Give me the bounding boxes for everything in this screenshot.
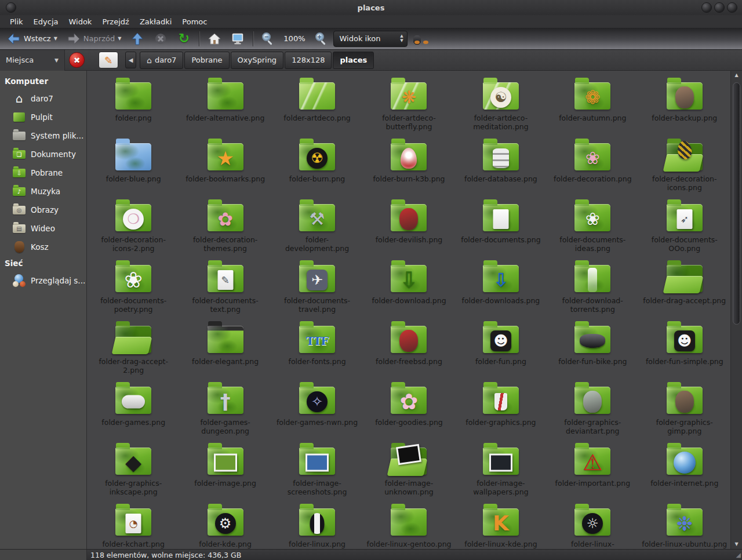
file-item[interactable]: folder-backup.png [639,74,730,135]
desktop-button[interactable] [227,30,248,48]
breadcrumb-oxyspring[interactable]: OxySpring [231,52,284,69]
file-item[interactable]: folder-download-torrents.png [547,257,638,318]
menu-item-widok[interactable]: Widok [63,16,97,27]
scroll-down-icon[interactable]: ▼ [731,540,742,548]
file-item[interactable]: folder-image-unknown.png [363,439,454,500]
file-item[interactable]: folder-alternative.png [179,74,271,135]
side-pane-selector[interactable]: Miejsca ▼ [0,50,65,71]
sidebar-item-video-folder[interactable]: ▤Wideo [0,219,86,238]
file-item[interactable]: ◔folder-kchart.png [88,500,179,549]
file-item[interactable]: folder-graphics-deviantart.png [547,379,638,439]
back-button[interactable]: Wstecz ▼ [3,30,61,48]
file-item[interactable]: ☯folder-artdeco-meditation.png [455,74,547,135]
file-item[interactable]: ☻folder-fun.png [455,318,547,379]
file-item[interactable]: ❍folder-decoration-icons-2.png [88,196,179,257]
file-item[interactable]: folder-graphics.png [455,379,547,439]
breadcrumb-pobrane[interactable]: Pobrane [184,52,229,69]
breadcrumb-128x128[interactable]: 128x128 [285,52,332,69]
close-side-pane-button[interactable]: ✖ [69,52,85,68]
breadcrumb-daro7[interactable]: ⌂daro7 [140,52,183,69]
home-button[interactable] [204,30,225,48]
file-item[interactable]: ⇩folder-downloads.png [455,257,547,318]
file-item[interactable]: ❀folder-decoration.png [547,135,638,196]
file-item[interactable]: ☼folder-linux-kubuntu.png [547,500,638,549]
file-item[interactable]: ⚠folder-important.png [547,439,638,500]
file-item[interactable]: Kfolder-linux-kde.png [455,500,547,549]
file-item[interactable]: folder-artdeco.png [271,74,363,135]
sidebar-item-network-browse[interactable]: Przeglądaj s... [0,271,86,290]
up-button[interactable] [127,30,148,48]
stop-button[interactable] [150,30,171,48]
file-item[interactable]: ❀folder-documents-poetry.png [88,257,179,318]
menu-item-zakładki[interactable]: Zakładki [134,16,177,27]
file-item[interactable]: ❁folder-autumn.png [547,74,638,135]
sidebar-item-downloads-folder[interactable]: ⇩Pobrane [0,163,86,182]
file-item[interactable]: ◆folder-graphics-inkscape.png [88,439,179,500]
scroll-crumbs-left-button[interactable]: ◀ [125,52,136,68]
file-item[interactable]: folder-fun-bike.png [547,318,638,379]
maximize-button[interactable] [714,2,725,13]
file-item[interactable]: ➶folder-documents-OOo.png [639,196,730,257]
file-item[interactable]: ✎folder-documents-text.png [179,257,271,318]
refresh-button[interactable]: ↻ [173,30,194,48]
file-item[interactable]: folder-drag-accept.png [639,257,730,318]
file-item[interactable]: folder-graphics-gimp.png [639,379,730,439]
file-item[interactable]: ✿folder-decoration-themes.png [179,196,271,257]
view-mode-select[interactable]: Widok ikon ▲▼ [333,31,408,47]
back-dropdown-icon[interactable]: ▼ [54,36,57,41]
file-item[interactable]: folder-linux.png [271,500,363,549]
file-item[interactable]: ✿folder-goodies.png [363,379,454,439]
file-item[interactable]: folder-devilish.png [363,196,454,257]
file-item[interactable]: ❉folder-linux-ubuntu.png [639,500,730,549]
file-item[interactable]: folder-internet.png [639,439,730,500]
menu-item-plik[interactable]: Plik [5,16,28,27]
scrollbar-thumb[interactable] [733,82,740,325]
file-item[interactable]: folder-blue.png [88,135,179,196]
file-item[interactable]: ❋folder-artdeco-butterfly.png [363,74,454,135]
file-item[interactable]: †folder-games-dungeon.png [179,379,271,439]
file-item[interactable]: folder-elegant.png [179,318,271,379]
sidebar-item-trash[interactable]: Kosz [0,238,86,256]
sidebar-item-documents-folder[interactable]: ❏Dokumenty [0,145,86,163]
menu-item-pomoc[interactable]: Pomoc [177,16,212,27]
sidebar-item-desktop[interactable]: Pulpit [0,108,86,126]
file-item[interactable]: folder-freebsd.png [363,318,454,379]
forward-dropdown-icon[interactable]: ▼ [118,36,121,41]
file-item[interactable]: ☢folder-burn.png [271,135,363,196]
sidebar-item-music-folder[interactable]: ♪Muzyka [0,182,86,201]
file-item[interactable]: folder-decoration-icons.png [639,135,730,196]
minimize-button[interactable] [701,2,712,13]
find-button[interactable] [410,31,433,46]
file-item[interactable]: folder-image.png [179,439,271,500]
breadcrumb-places[interactable]: places [333,52,374,69]
file-item[interactable]: folder-image-wallpapers.png [455,439,547,500]
file-item[interactable]: folder-image-screenshots.png [271,439,363,500]
vertical-scrollbar[interactable]: ▲ ▼ [730,71,742,549]
file-item[interactable]: ★folder-bookmarks.png [179,135,271,196]
sidebar-item-filesystem-folder[interactable]: System plik... [0,126,86,145]
file-item[interactable]: ⚒folder-development.png [271,196,363,257]
file-item[interactable]: ⚙folder-kde.png [179,500,271,549]
menu-item-przejdź[interactable]: Przejdź [97,16,134,27]
forward-button[interactable]: Naprzód ▼ [63,30,125,48]
file-item[interactable]: folder-drag-accept-2.png [88,318,179,379]
zoom-out-button[interactable]: − [258,31,278,47]
sidebar-item-pictures-folder[interactable]: ◎Obrazy [0,201,86,219]
file-item[interactable]: folder-burn-k3b.png [363,135,454,196]
scroll-up-icon[interactable]: ▲ [731,71,742,79]
file-item[interactable]: folder-games.png [88,379,179,439]
file-item[interactable]: folder-documents.png [455,196,547,257]
file-item[interactable]: folder-database.png [455,135,547,196]
file-item[interactable]: folder-linux-gentoo.png [363,500,454,549]
file-item[interactable]: ❀folder-documents-ideas.png [547,196,638,257]
file-item[interactable]: ✧folder-games-nwn.png [271,379,363,439]
sidebar-item-home[interactable]: ⌂daro7 [0,89,86,108]
edit-path-button[interactable]: ✎ [99,52,118,68]
file-item[interactable]: TTFfolder-fonts.png [271,318,363,379]
resize-grip-icon[interactable]: ◢ [736,551,741,559]
file-item[interactable]: ✈folder-documents-travel.png [271,257,363,318]
file-item[interactable]: folder.png [88,74,179,135]
file-item[interactable]: ⇩folder-download.png [363,257,454,318]
file-item[interactable]: ☻folder-fun-simple.png [639,318,730,379]
zoom-in-button[interactable]: + [311,31,331,47]
